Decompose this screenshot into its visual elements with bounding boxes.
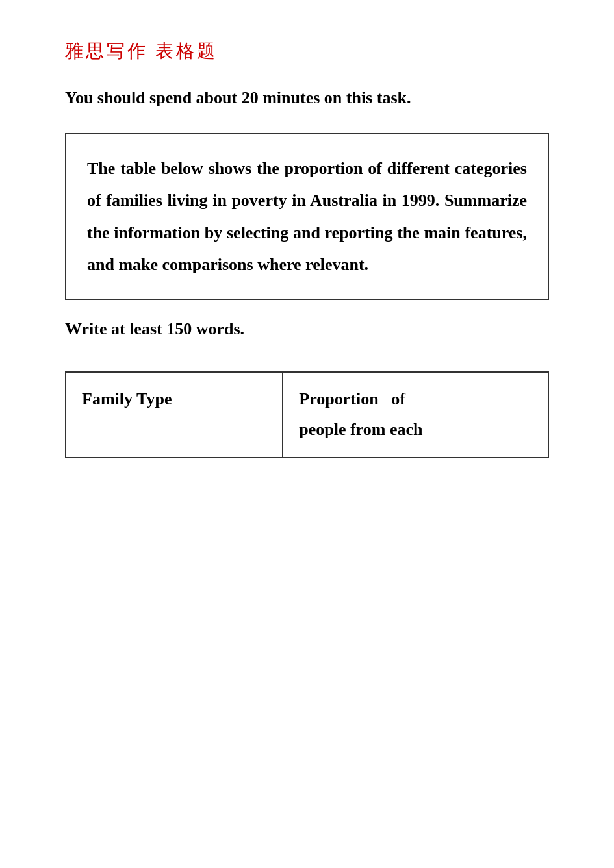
- instructions-paragraph: You should spend about 20 minutes on thi…: [65, 83, 549, 114]
- proportion-label: Proportion of people from each: [299, 390, 422, 439]
- table-container: Family Type Proportion of people from ea…: [65, 371, 549, 458]
- data-table: Family Type Proportion of people from ea…: [65, 371, 549, 458]
- chinese-title: 雅思写作 表格题: [65, 39, 549, 64]
- task-box-text: The table below shows the proportion of …: [87, 153, 527, 281]
- col-family-type-header: Family Type: [66, 372, 283, 458]
- task-box: The table below shows the proportion of …: [65, 133, 549, 301]
- page-wrapper: 雅思写作 表格题 You should spend about 20 minut…: [65, 39, 549, 458]
- word-count: Write at least 150 words.: [65, 319, 549, 339]
- col-proportion-header: Proportion of people from each: [283, 372, 548, 458]
- table-header-row: Family Type Proportion of people from ea…: [66, 372, 548, 458]
